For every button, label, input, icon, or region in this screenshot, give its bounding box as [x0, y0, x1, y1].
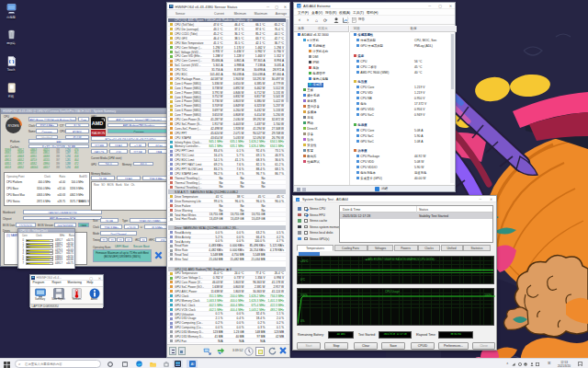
svg-text:AI: AI: [190, 362, 193, 366]
svg-text:RADEON: RADEON: [92, 132, 106, 135]
svg-text:RYZEN: RYZEN: [7, 124, 19, 128]
svg-text:G: G: [525, 363, 526, 366]
svg-text:AMD: AMD: [92, 121, 104, 126]
